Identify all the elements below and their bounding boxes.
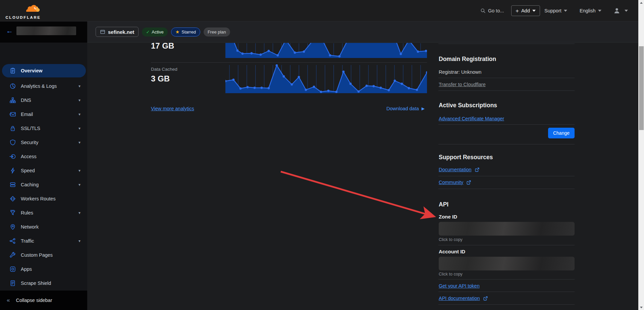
status-badge-active: ✓ Active [142, 27, 167, 37]
view-more-analytics-link[interactable]: View more analytics [151, 106, 194, 111]
domain-registration-title: Domain Registration [439, 56, 496, 63]
api-documentation-link[interactable]: API documentation [439, 296, 488, 301]
divider [438, 124, 575, 125]
goto-label: Go to... [488, 8, 504, 13]
pie-icon [9, 83, 16, 89]
check-icon: ✓ [146, 29, 150, 35]
advanced-certificate-manager-link[interactable]: Advanced Certificate Manager [439, 116, 504, 121]
sidebar: ← Overview ▾ Analytics & Logs ▾ DNS ▾ Em… [0, 21, 87, 310]
chevron-down-icon: ▾ [78, 182, 80, 187]
cloudflare-logo[interactable]: CLOUDFLARE [5, 1, 42, 20]
domain-badge: sefinek.net [96, 27, 139, 37]
account-id-copy-hint: Click to copy [439, 272, 463, 276]
access-icon [9, 153, 16, 160]
sidebar-item-custom-pages[interactable]: Custom Pages ▾ [2, 248, 86, 262]
cloudflare-wordmark: CLOUDFLARE [5, 15, 42, 19]
divider [438, 90, 575, 91]
add-label: Add [521, 8, 530, 13]
lock-icon [9, 125, 16, 132]
sidebar-item-speed[interactable]: Speed ▾ [2, 164, 86, 177]
sidebar-item-workers-routes[interactable]: Workers Routes ▾ [2, 192, 86, 205]
sidebar-item-label: Email [21, 112, 78, 117]
community-link[interactable]: Community [439, 180, 471, 185]
star-icon: ★ [175, 29, 180, 35]
sidebar-item-caching[interactable]: Caching ▾ [2, 178, 86, 191]
scrollbar[interactable] [638, 0, 644, 310]
sidebar-item-ssl-tls[interactable]: SSL/TLS ▾ [2, 122, 86, 135]
sidebar-item-access[interactable]: Access ▾ [2, 150, 86, 163]
sidebar-account-header: ← [0, 21, 87, 43]
sidebar-item-rules[interactable]: Rules ▾ [2, 206, 86, 220]
chevron-down-icon: ▾ [78, 239, 80, 243]
divider [438, 78, 575, 78]
sidebar-item-network[interactable]: Network ▾ [2, 220, 86, 234]
divider [151, 62, 427, 63]
back-arrow-icon[interactable]: ← [6, 27, 13, 35]
sidebar-item-scrape-shield[interactable]: Scrape Shield ▾ [2, 276, 86, 290]
language-menu[interactable]: English [580, 0, 601, 21]
divider [438, 144, 575, 144]
zone-id-value-redacted[interactable] [439, 222, 575, 236]
sidebar-item-analytics-logs[interactable]: Analytics & Logs ▾ [2, 79, 86, 93]
collapse-sidebar-button[interactable]: « Collapse sidebar [0, 291, 87, 310]
sidebar-item-security[interactable]: Security ▾ [2, 136, 86, 149]
sitemap-icon [9, 97, 16, 104]
sidebar-item-label: Security [21, 140, 78, 145]
sidebar-item-traffic[interactable]: Traffic ▾ [2, 234, 86, 248]
sidebar-item-label: Scrape Shield [21, 281, 78, 286]
chevron-down-icon: ▾ [78, 140, 80, 145]
chevron-down-icon: ▾ [78, 112, 80, 117]
collapse-chevrons-icon: « [7, 297, 10, 304]
chevron-down-icon: ▾ [78, 126, 80, 131]
transfer-to-cloudflare-link[interactable]: Transfer to Cloudflare [439, 82, 486, 87]
sidebar-item-label: Traffic [21, 238, 78, 244]
divider [438, 279, 575, 280]
documentation-link[interactable]: Documentation [439, 167, 480, 172]
chevron-down-icon [564, 10, 567, 12]
divider [438, 176, 575, 176]
cloudflare-cloud-icon [24, 3, 41, 17]
account-name-redacted[interactable] [16, 26, 76, 35]
chevron-down-icon: ▾ [78, 98, 80, 103]
funnel-icon [9, 209, 16, 216]
bolt-icon [9, 167, 16, 174]
sidebar-item-apps[interactable]: Apps ▾ [2, 262, 86, 276]
account-id-value-redacted[interactable] [439, 257, 575, 270]
external-link-icon [483, 296, 488, 301]
add-button[interactable]: + Add [511, 5, 540, 16]
scrollbar-thumb[interactable] [639, 46, 644, 130]
document-icon [9, 280, 16, 287]
get-api-token-link[interactable]: Get your API token [439, 283, 480, 289]
scrollbar-down-arrow[interactable] [638, 305, 644, 310]
collapse-sidebar-label: Collapse sidebar [16, 298, 52, 303]
divider [438, 44, 575, 44]
goto-search-button[interactable]: Go to... [480, 0, 504, 21]
play-icon: ▶ [422, 106, 425, 111]
support-menu[interactable]: Support [544, 0, 567, 21]
download-data-link[interactable]: Download data ▶ [386, 106, 425, 111]
sidebar-item-overview[interactable]: Overview ▾ [2, 64, 86, 77]
sidebar-item-label: Network [21, 224, 78, 230]
change-button[interactable]: Change [548, 128, 575, 138]
plan-badge: Free plan [204, 27, 230, 37]
analytics-chart-data-cached [225, 64, 427, 93]
search-icon [480, 8, 486, 13]
user-menu[interactable] [613, 0, 628, 21]
scrollbar-up-arrow[interactable] [638, 0, 644, 5]
share-icon [9, 238, 16, 244]
chevron-down-icon: ▾ [78, 168, 80, 173]
sidebar-item-email[interactable]: Email ▾ [2, 108, 86, 121]
sidebar-item-label: Apps [21, 266, 78, 272]
shield-icon [9, 139, 16, 146]
divider [438, 245, 575, 245]
sidebar-item-dns[interactable]: DNS ▾ [2, 94, 86, 107]
zone-id-copy-hint: Click to copy [439, 237, 463, 242]
account-id-label: Account ID [439, 249, 465, 254]
starred-badge[interactable]: ★ Starred [171, 27, 200, 37]
plus-icon: + [516, 8, 519, 14]
sidebar-item-label: Overview [21, 68, 78, 73]
divider [438, 292, 575, 292]
chevron-down-icon [625, 10, 628, 12]
sidebar-item-label: Speed [21, 168, 78, 173]
sidebar-item-label: Custom Pages [21, 252, 78, 258]
